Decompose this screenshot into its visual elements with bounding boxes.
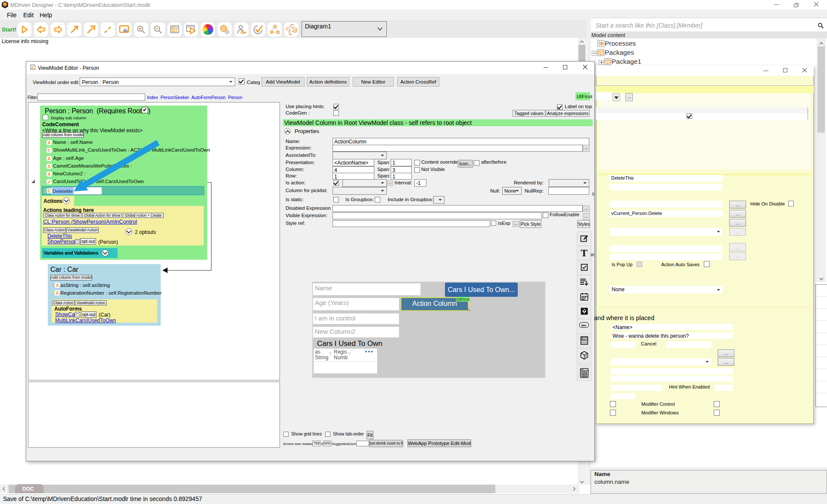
svg-text:list: list [582,338,586,340]
svg-text:A: A [48,164,51,169]
svg-text:A: A [48,156,51,161]
svg-text:A: A [48,172,51,177]
svg-text:A: A [56,283,59,288]
svg-text:A: A [48,140,51,145]
svg-text:A: A [56,291,59,296]
